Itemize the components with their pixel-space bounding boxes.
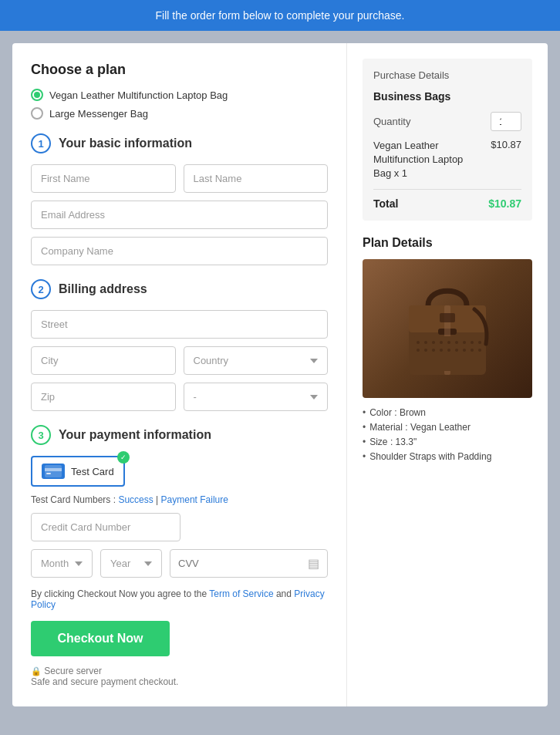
qty-label: Quantity [373,116,410,127]
name-row [31,164,328,193]
card-icon [42,464,65,479]
street-row [31,310,328,339]
qty-input[interactable] [491,112,521,131]
bag-image [363,259,532,398]
svg-point-21 [447,349,450,352]
step3-circle: 3 [31,425,51,445]
item-name: Vegan Leather Multifunction Laptop Bag x… [373,139,483,181]
success-link[interactable]: Success [118,494,153,505]
company-input[interactable] [31,237,328,265]
step2-circle: 2 [31,279,51,299]
svg-point-23 [463,349,466,352]
svg-point-16 [478,341,481,344]
divider [373,189,521,190]
item-price: $10.87 [491,139,521,150]
street-input[interactable] [31,310,328,339]
zip-input[interactable] [31,383,176,411]
bag-svg [401,267,494,390]
month-select[interactable]: Month [31,549,93,578]
svg-rect-2 [46,473,51,474]
cc-row [31,513,328,541]
plan-option-vegan[interactable]: Vegan Leather Multifunction Laptop Bag [31,89,328,101]
plan-features: Color : Brown Material : Vegan Leather S… [363,407,532,462]
step2-label: Billing address [59,282,147,296]
total-row: Total $10.87 [373,197,521,210]
svg-point-9 [424,341,427,344]
svg-point-12 [447,341,450,344]
main-card: Choose a plan Vegan Leather Multifunctio… [12,43,548,706]
zip-state-row: - [31,383,328,411]
page-wrapper: Fill the order form below to complete yo… [0,0,560,719]
step3-header: 3 Your payment information [31,425,328,445]
plan-option-messenger-label: Large Messenger Bag [49,108,148,120]
svg-point-15 [471,341,474,344]
cvv-input[interactable] [178,550,308,577]
plan-option-vegan-label: Vegan Leather Multifunction Laptop Bag [49,89,228,101]
email-row [31,201,328,229]
step2-header: 2 Billing address [31,279,328,299]
credit-card-svg [45,465,62,477]
country-select[interactable]: Country [184,346,329,375]
total-label: Total [373,197,398,210]
plan-details-title: Plan Details [363,236,532,250]
svg-point-17 [417,349,420,352]
secure-server-line: 🔒 Secure server [31,666,328,676]
svg-point-11 [440,341,443,344]
step1-header: 1 Your basic information [31,133,328,153]
svg-point-13 [455,341,458,344]
purchase-details-title: Purchase Details [373,69,521,81]
business-bags-title: Business Bags [373,90,521,103]
safe-line: Safe and secure payment checkout. [31,676,328,687]
svg-point-18 [424,349,427,352]
cc-number-input[interactable] [31,513,180,541]
tos-link[interactable]: Term of Service [209,588,273,599]
last-name-input[interactable] [184,164,329,193]
failure-link[interactable]: Payment Failure [161,494,228,505]
svg-point-14 [463,341,466,344]
svg-point-10 [432,341,435,344]
cvv-icon: ▤ [308,556,319,571]
month-year-cvv-row: Month Year ▤ [31,549,328,578]
test-card-note: Test Card Numbers : Success | Payment Fa… [31,494,328,505]
radio-messenger[interactable] [31,107,43,120]
feature-straps: Shoulder Straps with Padding [363,451,532,462]
svg-point-22 [455,349,458,352]
step1-label: Your basic information [59,137,192,150]
item-row: Vegan Leather Multifunction Laptop Bag x… [373,139,521,181]
svg-point-25 [478,349,481,352]
card-option-box[interactable]: Test Card ✓ [31,456,125,487]
svg-point-8 [417,341,420,344]
terms-text: By clicking Checkout Now you agree to th… [31,588,328,610]
first-name-input[interactable] [31,164,176,193]
year-select[interactable]: Year [100,549,162,578]
check-badge: ✓ [117,451,130,464]
right-panel: Purchase Details Business Bags Quantity … [347,43,548,706]
svg-point-24 [471,349,474,352]
city-input[interactable] [31,346,176,375]
plan-option-messenger[interactable]: Large Messenger Bag [31,107,328,120]
cvv-wrapper: ▤ [170,549,328,578]
checkout-button[interactable]: Checkout Now [31,621,170,656]
top-banner: Fill the order form below to complete yo… [0,0,560,31]
radio-vegan[interactable] [31,89,43,101]
qty-row: Quantity [373,112,521,131]
feature-material: Material : Vegan Leather [363,422,532,433]
banner-text: Fill the order form below to complete yo… [156,9,405,22]
svg-rect-1 [45,468,62,471]
purchase-details-box: Purchase Details Business Bags Quantity … [363,59,532,221]
svg-point-19 [432,349,435,352]
city-country-row: Country [31,346,328,375]
svg-rect-26 [440,313,455,322]
lock-icon: 🔒 [31,666,42,676]
feature-color: Color : Brown [363,407,532,418]
state-select[interactable]: - [184,383,329,411]
left-panel: Choose a plan Vegan Leather Multifunctio… [12,43,347,706]
total-price: $10.87 [488,197,521,210]
step1-circle: 1 [31,133,51,153]
choose-plan-title: Choose a plan [31,62,328,78]
card-label: Test Card [71,466,114,477]
secure-note: 🔒 Secure server Safe and secure payment … [31,666,328,687]
step3-label: Your payment information [59,428,211,442]
email-input[interactable] [31,201,328,229]
svg-point-20 [440,349,443,352]
